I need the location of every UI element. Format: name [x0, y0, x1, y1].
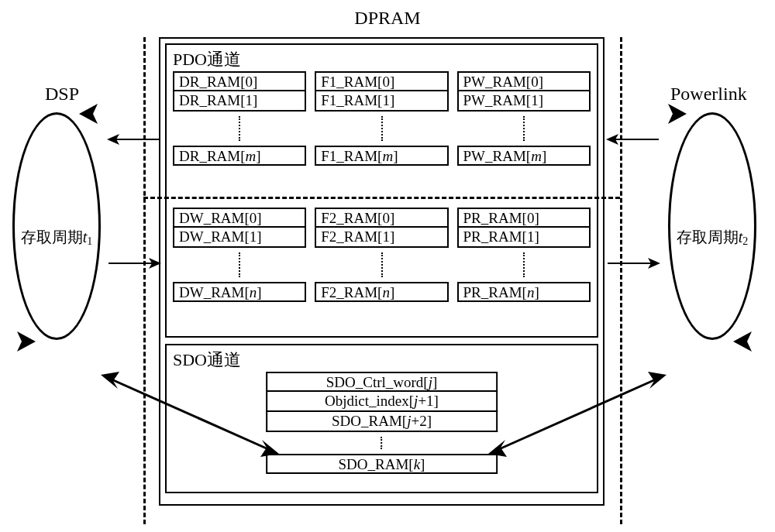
f2-ram-1: F2_RAM[1]: [315, 228, 448, 248]
pw-ram-1: PW_RAM[1]: [457, 91, 591, 112]
pr-ram-n: PR_RAM[n]: [457, 282, 591, 302]
pr-ram-0: PR_RAM[0]: [457, 208, 591, 228]
col-f1-ram: F1_RAM[0] F1_RAM[1] F1_RAM[m]: [315, 71, 448, 166]
col-pr-ram: PR_RAM[0] PR_RAM[1] PR_RAM[n]: [457, 208, 591, 302]
col-pw-ram: PW_RAM[0] PW_RAM[1] PW_RAM[m]: [457, 71, 591, 166]
dsp-period-sub: 1: [87, 235, 92, 247]
dr-ram-0: DR_RAM[0]: [173, 71, 306, 91]
pl-period-sub: 2: [742, 235, 748, 247]
arrow-dsp-to-pdo-lower: [107, 256, 161, 274]
dsp-period-label: 存取周期t1: [21, 227, 93, 249]
powerlink-ellipse: 存取周期t2: [668, 112, 756, 340]
dw-ram-n: DW_RAM[n]: [173, 282, 306, 302]
f1-ram-1: F1_RAM[1]: [315, 91, 448, 112]
pdo-title: PDO通道: [173, 48, 591, 71]
powerlink-label: Powerlink: [670, 84, 747, 105]
vdots: [173, 248, 306, 282]
dsp-label: DSP: [45, 84, 79, 105]
pdo-channel-box: PDO通道 DR_RAM[0] DR_RAM[1] DR_RAM[m] F1_R…: [165, 43, 598, 338]
col-f2-ram: F2_RAM[0] F2_RAM[1] F2_RAM[n]: [315, 208, 448, 302]
dpram-title: DPRAM: [354, 8, 420, 29]
pdo-rw-divider-dash: [143, 197, 620, 199]
dsp-loop-arrowhead-bottom: [8, 330, 39, 356]
f2-ram-0: F2_RAM[0]: [315, 208, 448, 228]
vdots: [457, 112, 591, 146]
dw-ram-0: DW_RAM[0]: [173, 208, 306, 228]
f1-ram-0: F1_RAM[0]: [315, 71, 448, 91]
sdo-ctrl-word: SDO_Ctrl_word[j]: [266, 372, 498, 392]
pl-loop-arrowhead-top: [659, 102, 690, 129]
dsp-period-prefix: 存取周期: [21, 228, 83, 245]
dr-ram-1: DR_RAM[1]: [173, 91, 306, 112]
dr-ram-m: DR_RAM[m]: [173, 146, 306, 166]
pw-ram-0: PW_RAM[0]: [457, 71, 591, 91]
sdo-ram-k: SDO_RAM[k]: [266, 454, 498, 474]
pdo-lower-columns: DW_RAM[0] DW_RAM[1] DW_RAM[n] F2_RAM[0] …: [173, 208, 591, 302]
arrow-pdo-lower-to-pl: [606, 256, 660, 274]
pl-loop-arrowhead-bottom: [733, 330, 764, 356]
sdo-channel-box: SDO通道 SDO_Ctrl_word[j] Objdict_index[j+1…: [165, 344, 598, 493]
objdict-index: Objdict_index[j+1]: [266, 392, 498, 412]
svg-marker-2: [668, 104, 687, 124]
dsp-ellipse: 存取周期t1: [12, 112, 101, 340]
svg-marker-13: [101, 372, 119, 389]
arrow-pdo-upper-to-dsp: [107, 132, 161, 150]
pdo-upper-columns: DR_RAM[0] DR_RAM[1] DR_RAM[m] F1_RAM[0] …: [173, 71, 591, 166]
pr-ram-1: PR_RAM[1]: [457, 228, 591, 248]
dpram-box: PDO通道 DR_RAM[0] DR_RAM[1] DR_RAM[m] F1_R…: [159, 37, 604, 506]
col-dw-ram: DW_RAM[0] DW_RAM[1] DW_RAM[n]: [173, 208, 306, 302]
svg-marker-0: [79, 104, 98, 124]
vdots: [457, 248, 591, 282]
f2-ram-n: F2_RAM[n]: [315, 282, 448, 302]
svg-marker-1: [17, 331, 36, 352]
pw-ram-m: PW_RAM[m]: [457, 146, 591, 166]
arrow-pl-to-pdo-upper: [606, 132, 660, 150]
vdots: [315, 248, 448, 282]
svg-marker-3: [733, 331, 752, 352]
dw-ram-1: DW_RAM[1]: [173, 228, 306, 248]
vdots: [173, 112, 306, 146]
sdo-ram-j2: SDO_RAM[j+2]: [266, 412, 498, 432]
dsp-loop-arrowhead-top: [79, 102, 110, 129]
pl-period-prefix: 存取周期: [677, 228, 739, 245]
f1-ram-m: F1_RAM[m]: [315, 146, 448, 166]
sdo-stack: SDO_Ctrl_word[j] Objdict_index[j+1] SDO_…: [266, 372, 498, 474]
diagram-root: DPRAM DSP Powerlink 存取周期t1 存取周期t2: [8, 8, 767, 524]
svg-marker-16: [648, 372, 666, 389]
sdo-title: SDO通道: [173, 348, 591, 372]
col-dr-ram: DR_RAM[0] DR_RAM[1] DR_RAM[m]: [173, 71, 306, 166]
powerlink-period-label: 存取周期t2: [677, 227, 749, 249]
vdots: [266, 432, 498, 454]
vdots: [315, 112, 448, 146]
